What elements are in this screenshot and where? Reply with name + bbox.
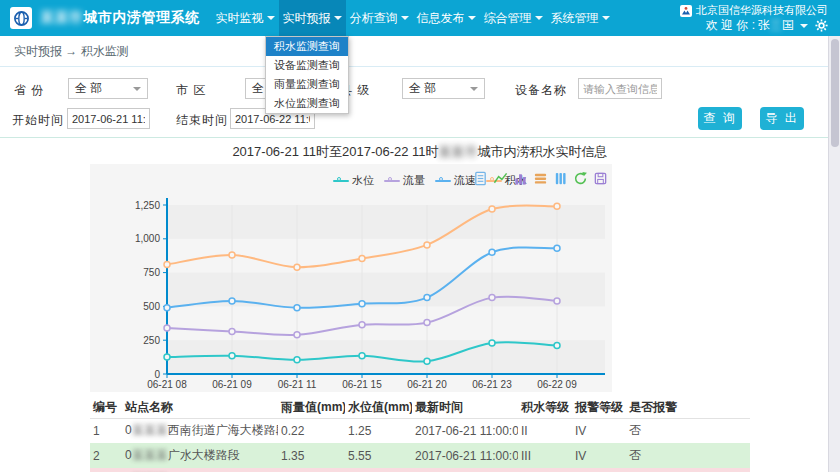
dropdown-item-1[interactable]: 设备监测查询 [266, 56, 348, 75]
province-label: 省 份 [14, 82, 44, 99]
nav-item-5[interactable]: 系统管理 [547, 0, 614, 36]
chevron-down-icon [401, 16, 409, 20]
legend-item[interactable]: 水位 [333, 173, 374, 188]
cell-station: 0某某某美玉大楼险段 [122, 468, 278, 472]
nav-item-1[interactable]: 实时预报 [279, 0, 346, 36]
query-button[interactable]: 查 询 [698, 107, 742, 130]
table-header-3: 水位值(mm) [345, 397, 412, 418]
cell-alerted: 否 [626, 443, 750, 468]
device-name-input[interactable] [578, 78, 662, 99]
cell-time: 2017-06-21 11:00:00 [412, 418, 518, 443]
dropdown-item-3[interactable]: 水位监测查询 [266, 94, 348, 113]
nav-item-3[interactable]: 信息发布 [413, 0, 480, 36]
chevron-down-icon [133, 87, 141, 91]
cell-time: 2017-06-21 11:00:00 [412, 468, 518, 472]
gear-icon[interactable] [815, 19, 828, 32]
table-header-6: 报警等级 [572, 397, 626, 418]
chevron-down-icon [800, 24, 808, 28]
tiled-icon[interactable] [553, 171, 568, 186]
table-header-5: 积水等级 [518, 397, 572, 418]
scrollbar-thumb[interactable] [831, 39, 839, 147]
chevron-down-icon [470, 87, 478, 91]
svg-text:06-21 20: 06-21 20 [407, 379, 447, 390]
table-header-7: 是否报警 [626, 397, 750, 418]
cell-no: 2 [90, 443, 122, 468]
chevron-down-icon [535, 16, 543, 20]
cell-rain: 1.35 [278, 443, 345, 468]
station-table: 编号站点名称雨量值(mm)水位值(mm)最新时间积水等级报警等级是否报警 1 0… [90, 397, 750, 472]
cell-water: 8.08 [345, 468, 412, 472]
top-bar: 某某市城市内涝管理系统 实时监视实时预报分析查询信息发布综合管理系统管理 北京国… [0, 0, 840, 36]
cell-alarm: IV [572, 443, 626, 468]
province-select-value: 全 部 [75, 80, 102, 97]
censored-station-name: 某某某 [132, 423, 168, 437]
table-row[interactable]: 1 0某某某西南街道广海大楼路段 0.22 1.25 2017-06-21 11… [90, 418, 750, 443]
cell-alerted: 否 [626, 418, 750, 443]
svg-text:1,250: 1,250 [135, 200, 160, 211]
restore-icon[interactable] [573, 171, 588, 186]
cell-alarm: IV [572, 418, 626, 443]
chevron-down-icon [334, 16, 342, 20]
dropdown-item-0[interactable]: 积水监测查询 [266, 37, 348, 56]
breadcrumb-arrow-icon: → [65, 44, 77, 58]
svg-text:06-22 09: 06-22 09 [537, 379, 577, 390]
app-logo-icon [10, 7, 32, 29]
start-time-input[interactable] [67, 108, 150, 129]
filter-panel: 省 份 全 部 市 区 全 部 县 级 全 部 设备名称 开始时间 结束时间 查… [0, 67, 840, 138]
data-view-icon[interactable] [473, 171, 488, 186]
stack-icon[interactable] [533, 171, 548, 186]
county-select[interactable]: 全 部 [402, 78, 485, 99]
legend-item[interactable]: 流量 [384, 173, 425, 188]
bar-chart-icon[interactable] [513, 171, 528, 186]
nav-item-label: 实时监视 [216, 10, 264, 27]
dropdown-item-2[interactable]: 雨量监测查询 [266, 75, 348, 94]
svg-text:06-21 11: 06-21 11 [278, 379, 317, 390]
welcome-line: 欢 迎 你 : 张三国 [680, 18, 828, 33]
line-chart: 水位流量流速积水 02505007501,0001,25006-21 0806-… [90, 164, 612, 392]
cell-no: 3 [90, 468, 122, 472]
save-image-icon[interactable] [593, 171, 608, 186]
vertical-scrollbar[interactable] [828, 36, 840, 472]
cell-level: II [518, 418, 572, 443]
table-row[interactable]: 2 0某某某广水大楼路段 1.35 5.55 2017-06-21 11:00:… [90, 443, 750, 468]
city-label: 市 区 [176, 82, 206, 99]
line-chart-icon[interactable] [493, 171, 508, 186]
device-name-label: 设备名称 [515, 82, 567, 99]
legend-marker-icon [435, 180, 451, 182]
table-header-1: 站点名称 [122, 397, 278, 418]
legend-marker-icon [333, 180, 349, 182]
legend-marker-icon [384, 180, 400, 182]
chart-plot-area: 02505007501,0001,25006-21 0806-21 0906-2… [90, 190, 612, 390]
cell-rain: 0.22 [278, 418, 345, 443]
legend-item[interactable]: 流速 [435, 173, 476, 188]
user-menu[interactable]: 张三国 [758, 18, 794, 33]
cell-level: I [518, 468, 572, 472]
export-button[interactable]: 导 出 [760, 107, 804, 130]
top-right-block: 北京国信华源科技有限公司 欢 迎 你 : 张三国 [680, 3, 840, 33]
svg-text:06-21 09: 06-21 09 [212, 379, 252, 390]
start-time-label: 开始时间 [12, 112, 64, 129]
cell-alarm: III [572, 468, 626, 472]
cell-water: 5.55 [345, 443, 412, 468]
breadcrumb-part1: 实时预报 [14, 44, 62, 58]
svg-text:0: 0 [154, 369, 160, 380]
chevron-down-icon [267, 16, 275, 20]
cell-no: 1 [90, 418, 122, 443]
censored-city-name: 某某市 [40, 9, 84, 25]
cell-alerted: 否 [626, 468, 750, 472]
company-logo-icon [680, 5, 692, 17]
censored-station-name: 某某某 [132, 448, 168, 462]
end-time-label: 结束时间 [176, 112, 228, 129]
svg-text:750: 750 [143, 267, 160, 278]
nav-item-label: 分析查询 [350, 10, 398, 27]
nav-item-0[interactable]: 实时监视 [212, 0, 279, 36]
province-select[interactable]: 全 部 [68, 78, 148, 99]
table-row[interactable]: 3 0某某某美玉大楼险段 0.50 8.08 2017-06-21 11:00:… [90, 468, 750, 472]
nav-item-2[interactable]: 分析查询 [346, 0, 413, 36]
svg-text:06-21 23: 06-21 23 [472, 379, 512, 390]
table-header-4: 最新时间 [412, 397, 518, 418]
breadcrumb-part2: 积水监测 [81, 44, 129, 58]
nav-item-4[interactable]: 综合管理 [480, 0, 547, 36]
cell-water: 1.25 [345, 418, 412, 443]
realtime-forecast-dropdown: 积水监测查询设备监测查询雨量监测查询水位监测查询 [265, 36, 349, 114]
